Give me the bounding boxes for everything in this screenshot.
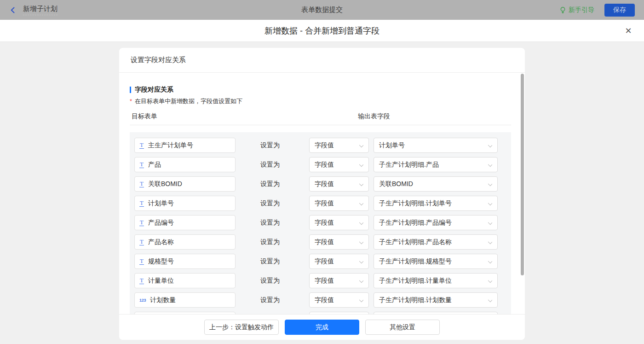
output-field-text: 子生产计划明细.规格型号 — [379, 257, 452, 266]
mapping-row: T 产品名称 设置为 字段值 子生产计划明细.产品名称 — [134, 234, 506, 250]
value-type-text: 字段值 — [315, 161, 334, 169]
output-field-text: 子生产计划明细.产品名称 — [379, 238, 452, 246]
target-field-box[interactable]: T 计划单号 — [134, 196, 236, 211]
text-field-icon: T — [139, 239, 144, 245]
value-type-text: 字段值 — [315, 199, 334, 208]
target-field-label: 产品名称 — [148, 238, 174, 246]
output-field-text: 计划单号 — [379, 141, 405, 150]
value-type-text: 字段值 — [315, 180, 334, 188]
output-field-select[interactable]: 子生产计划明细.产品名称 — [374, 234, 498, 250]
chevron-down-icon — [488, 298, 492, 302]
value-type-select[interactable]: 字段值 — [309, 196, 369, 211]
output-field-select[interactable]: 子生产计划明细.产品 — [374, 157, 498, 172]
other-settings-button[interactable]: 其他设置 — [365, 320, 440, 335]
mapping-row: T 计划单号 设置为 字段值 子生产计划明细.计划单号 — [134, 196, 506, 211]
text-field-icon: T — [139, 200, 144, 207]
mapping-rows: T 主生产计划单号 设置为 字段值 计划单号 T 产品 设置为 字段值 子生产计… — [130, 132, 511, 314]
value-type-select[interactable]: 字段值 — [309, 138, 369, 153]
number-field-icon: 123 — [139, 298, 146, 303]
value-type-text: 字段值 — [315, 257, 334, 266]
chevron-down-icon — [359, 182, 363, 186]
target-field-box[interactable]: 123 计划数量 — [134, 292, 236, 308]
chevron-down-icon — [488, 163, 492, 167]
mapping-row: T 关联BOMID 设置为 字段值 关联BOMID — [134, 176, 506, 192]
back-icon[interactable] — [9, 6, 17, 14]
target-field-label: 关联BOMID — [148, 180, 182, 188]
output-field-select[interactable]: 计划单号 — [374, 138, 498, 153]
chevron-down-icon — [359, 163, 363, 167]
topbar-title: 表单数据提交 — [0, 6, 644, 14]
mapping-row: T 产品 设置为 字段值 子生产计划明细.产品 — [134, 157, 506, 172]
value-type-select[interactable]: 字段值 — [309, 254, 369, 269]
done-button[interactable]: 完成 — [285, 320, 359, 335]
chevron-down-icon — [488, 279, 492, 283]
target-field-label: 规格型号 — [148, 257, 174, 266]
value-type-select[interactable]: 字段值 — [309, 292, 369, 308]
modal-header: 新增数据 - 合并新增到普通字段 ✕ — [0, 20, 644, 42]
target-field-box[interactable]: T 规格型号 — [134, 254, 236, 269]
target-field-label: 计划数量 — [150, 296, 176, 304]
target-field-box[interactable]: T 关联BOMID — [134, 176, 236, 192]
target-field-label: 计划单号 — [148, 199, 174, 208]
topbar: 新增子计划 表单数据提交 新手引导 保存 — [0, 0, 644, 20]
text-field-icon: T — [139, 161, 144, 168]
output-field-select[interactable]: 子生产计划明细.计划单号 — [374, 196, 498, 211]
value-type-select[interactable]: 字段值 — [309, 234, 369, 250]
output-field-text: 关联BOMID — [379, 180, 413, 188]
target-field-box[interactable]: T 产品 — [134, 157, 236, 172]
set-as-label: 设置为 — [260, 277, 281, 285]
mapping-row: 123 计划数量 设置为 字段值 子生产计划明细.计划数量 — [134, 292, 506, 308]
previous-step-button[interactable]: 上一步：设置触发动作 — [204, 320, 279, 335]
mapping-note: * 在目标表单中新增数据，字段值设置如下 — [130, 97, 525, 105]
output-field-select[interactable]: 子生产计划明细.计量单位 — [374, 273, 498, 288]
output-field-select[interactable]: 子生产计划明细.规格型号 — [374, 254, 498, 269]
chevron-down-icon — [359, 279, 363, 283]
column-headers: 目标表单 输出表字段 — [130, 112, 511, 121]
text-field-icon: T — [139, 277, 144, 284]
output-field-select[interactable]: 子生产计划明细.计划数量 — [374, 292, 498, 308]
target-field-label: 计量单位 — [148, 277, 174, 285]
save-button[interactable]: 保存 — [604, 4, 635, 17]
chevron-down-icon — [488, 259, 492, 263]
target-field-box[interactable]: T 计量单位 — [134, 273, 236, 288]
output-field-select[interactable]: 子生产计划明细.产品编号 — [374, 215, 498, 230]
chevron-down-icon — [359, 201, 363, 205]
value-type-select[interactable]: 字段值 — [309, 176, 369, 192]
note-text: 在目标表单中新增数据，字段值设置如下 — [135, 97, 242, 105]
scrollbar-thumb[interactable] — [521, 74, 524, 275]
target-form-column-header: 目标表单 — [132, 112, 157, 121]
target-field-box[interactable]: T 产品名称 — [134, 234, 236, 250]
output-field-text: 子生产计划明细.计量单位 — [379, 277, 452, 285]
value-type-select[interactable]: 字段值 — [309, 157, 369, 172]
modal-body: 设置字段对应关系 字段对应关系 * 在目标表单中新增数据，字段值设置如下 目标表… — [0, 48, 644, 344]
set-as-label: 设置为 — [260, 199, 281, 208]
set-as-label: 设置为 — [260, 296, 281, 304]
close-icon[interactable]: ✕ — [624, 26, 633, 35]
mapping-row: T 产品编号 设置为 字段值 子生产计划明细.产品编号 — [134, 215, 506, 230]
set-as-label: 设置为 — [260, 238, 281, 246]
card-footer: 上一步：设置触发动作 完成 其他设置 — [119, 314, 525, 340]
output-field-column-header: 输出表字段 — [358, 112, 390, 121]
chevron-down-icon — [488, 221, 492, 225]
beginner-guide-link[interactable]: 新手引导 — [559, 6, 594, 14]
output-field-text: 子生产计划明细.产品编号 — [379, 219, 452, 227]
set-as-label: 设置为 — [260, 180, 281, 188]
target-field-label: 产品编号 — [148, 219, 174, 227]
value-type-select[interactable]: 字段值 — [309, 273, 369, 288]
output-field-text: 子生产计划明细.产品 — [379, 161, 439, 169]
chevron-down-icon — [359, 240, 363, 244]
value-type-select[interactable]: 字段值 — [309, 215, 369, 230]
value-type-text: 字段值 — [315, 219, 334, 227]
chevron-down-icon — [488, 240, 492, 244]
target-field-label: 产品 — [148, 161, 161, 169]
chevron-down-icon — [488, 143, 492, 147]
target-field-box[interactable]: T 产品编号 — [134, 215, 236, 230]
output-field-select[interactable]: 关联BOMID — [374, 176, 498, 192]
output-field-text: 子生产计划明细.计划数量 — [379, 296, 452, 304]
value-type-text: 字段值 — [315, 141, 334, 150]
chevron-down-icon — [488, 182, 492, 186]
mapping-row: T 规格型号 设置为 字段值 子生产计划明细.规格型号 — [134, 254, 506, 269]
flow-name[interactable]: 新增子计划 — [23, 5, 58, 15]
target-field-box[interactable]: T 主生产计划单号 — [134, 138, 236, 153]
field-mapping-card: 设置字段对应关系 字段对应关系 * 在目标表单中新增数据，字段值设置如下 目标表… — [119, 48, 525, 340]
